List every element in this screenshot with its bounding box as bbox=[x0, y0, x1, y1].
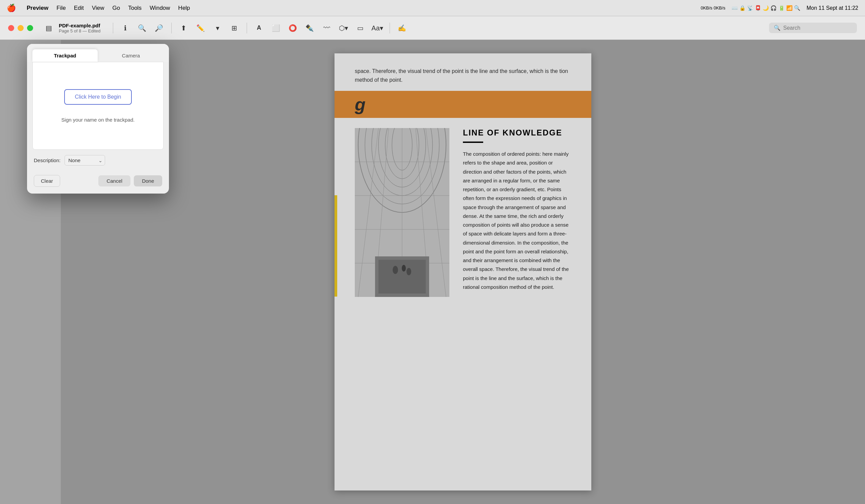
sidebar-toggle-button[interactable]: ▤ bbox=[42, 21, 55, 35]
dialog-footer: Clear Cancel Done bbox=[27, 171, 169, 194]
info-button[interactable]: ℹ bbox=[119, 21, 132, 35]
menubar-time: Mon 11 Sept at 11:22 bbox=[807, 5, 858, 11]
rect-shape-button[interactable]: ▭ bbox=[354, 21, 367, 35]
zoom-in-button[interactable]: 🔎 bbox=[152, 21, 166, 35]
window-chrome bbox=[8, 25, 33, 31]
dialog-footer-actions: Cancel Done bbox=[98, 175, 162, 186]
menubar-tools[interactable]: Tools bbox=[128, 5, 141, 11]
window-title: PDF-example.pdf bbox=[59, 23, 100, 28]
signature-button[interactable]: ✍️ bbox=[395, 21, 409, 35]
search-icon: 🔍 bbox=[774, 25, 781, 31]
dialog-description-row: Description: None bbox=[27, 150, 169, 171]
description-select[interactable]: None bbox=[65, 155, 105, 165]
markup-button[interactable]: ✏️ bbox=[194, 21, 207, 35]
menubar-file[interactable]: File bbox=[56, 5, 66, 11]
sign-instruction: Sign your name on the trackpad. bbox=[61, 117, 135, 122]
maximize-button[interactable] bbox=[27, 25, 33, 31]
menubar-app-name[interactable]: Preview bbox=[27, 5, 48, 11]
search-input[interactable] bbox=[783, 25, 852, 31]
done-button[interactable]: Done bbox=[134, 175, 162, 186]
toolbar-separator-1 bbox=[113, 23, 113, 33]
click-here-button[interactable]: Click Here to Begin bbox=[64, 89, 132, 105]
network-info: 0KB/s 0KB/s bbox=[701, 5, 725, 11]
menubar-help[interactable]: Help bbox=[178, 5, 190, 11]
dialog-body: Click Here to Begin Sign your name on th… bbox=[32, 62, 163, 150]
menubar-go[interactable]: Go bbox=[113, 5, 120, 11]
window-title-area: PDF-example.pdf Page 5 of 8 — Edited bbox=[59, 23, 101, 33]
select-rect-tool[interactable]: ⬜ bbox=[269, 21, 283, 35]
menubar-icons: ⌨️ 🔒 📡 📮 🌙 🎧 🔋 📶 🔍 bbox=[731, 5, 800, 11]
clear-button[interactable]: Clear bbox=[34, 175, 60, 187]
signature-dialog: Trackpad Camera Click Here to Begin Sign… bbox=[27, 44, 169, 194]
share-button[interactable]: ⬆ bbox=[177, 21, 191, 35]
apple-menu[interactable]: 🍎 bbox=[7, 4, 16, 12]
toolbar-separator-4 bbox=[390, 23, 390, 33]
minimize-button[interactable] bbox=[18, 25, 24, 31]
toolbar: ▤ PDF-example.pdf Page 5 of 8 — Edited ℹ… bbox=[0, 16, 865, 40]
menubar-view[interactable]: View bbox=[92, 5, 104, 11]
menubar-window[interactable]: Window bbox=[150, 5, 170, 11]
dialog-tabs: Trackpad Camera bbox=[27, 44, 169, 62]
close-button[interactable] bbox=[8, 25, 14, 31]
menubar-edit[interactable]: Edit bbox=[74, 5, 84, 11]
markup-dropdown[interactable]: ▾ bbox=[211, 21, 224, 35]
text-tool[interactable]: A bbox=[252, 21, 266, 35]
menubar-right: 0KB/s 0KB/s ⌨️ 🔒 📡 📮 🌙 🎧 🔋 📶 🔍 Mon 11 Se… bbox=[701, 5, 858, 11]
toolbar-separator-3 bbox=[247, 23, 247, 33]
description-label: Description: bbox=[34, 157, 60, 163]
zoom-out-button[interactable]: 🔍 bbox=[136, 21, 149, 35]
description-select-wrapper: None bbox=[65, 155, 105, 165]
select-ellipse-tool[interactable]: ⭕ bbox=[286, 21, 300, 35]
new-from-clipboard[interactable]: ⊞ bbox=[228, 21, 241, 35]
shape-dropdown[interactable]: ⬡▾ bbox=[337, 21, 350, 35]
menubar: 🍎 Preview File Edit View Go Tools Window… bbox=[0, 0, 865, 16]
lasso-tool[interactable]: ✒️ bbox=[303, 21, 316, 35]
toolbar-separator-2 bbox=[171, 23, 172, 33]
text-style-button[interactable]: Aa▾ bbox=[371, 21, 384, 35]
window-subtitle: Page 5 of 8 — Edited bbox=[59, 28, 101, 33]
toolbar-search-container: 🔍 bbox=[769, 23, 857, 33]
cancel-button[interactable]: Cancel bbox=[98, 175, 130, 186]
sketch-tool[interactable]: 〰 bbox=[320, 21, 334, 35]
tab-trackpad[interactable]: Trackpad bbox=[32, 49, 97, 62]
tab-camera[interactable]: Camera bbox=[98, 49, 163, 62]
